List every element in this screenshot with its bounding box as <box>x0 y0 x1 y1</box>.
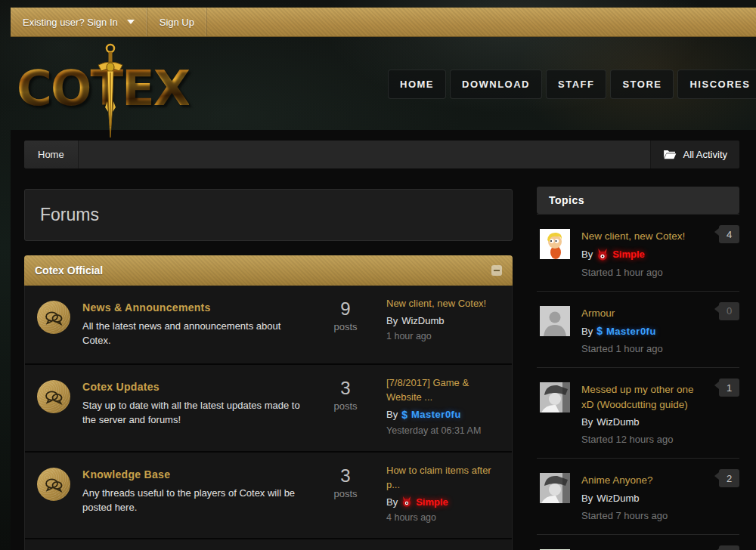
folder-open-icon <box>663 150 677 160</box>
forum-row: News & Announcements All the latest news… <box>25 286 512 363</box>
by-label: By <box>581 249 593 260</box>
topic-list-item: New client, new Cotex! By <box>537 214 739 291</box>
page-title: Forums <box>40 205 497 225</box>
replies-badge: 1 <box>719 379 739 397</box>
forum-info: Cotex Updates Stay up to date with all t… <box>82 380 321 436</box>
topic-list-item: Armour By $ Master0fu Started 1 hour ago… <box>537 291 739 368</box>
author-link[interactable]: WizDumb <box>401 315 444 326</box>
author-link[interactable]: Master0fu <box>606 326 656 337</box>
topic-info: Messed up my other one xD (Woodcutting g… <box>581 382 739 445</box>
last-post-time: 1 hour ago <box>386 331 500 341</box>
by-label: By <box>386 496 398 508</box>
devil-icon <box>596 249 609 261</box>
forum-description: Any threads useful to the players of Cot… <box>82 487 311 515</box>
sign-in-label: Existing user? Sign In <box>23 17 118 28</box>
breadcrumb: Home All Activity <box>24 141 739 168</box>
all-activity-label: All Activity <box>683 149 727 160</box>
by-label: By <box>581 326 593 337</box>
by-label: By <box>581 416 593 428</box>
forum-stats: 3 posts <box>321 378 370 436</box>
last-post-link[interactable]: New client, new Cotex! <box>386 296 500 311</box>
forum-row: Knowledge Base Any threads useful to the… <box>25 451 512 538</box>
author-link[interactable]: Master0fu <box>411 409 461 420</box>
avatar[interactable] <box>540 306 570 336</box>
replies-badge: 0 <box>719 302 739 320</box>
posts-label: posts <box>321 400 370 412</box>
sign-in-button[interactable]: Existing user? Sign In <box>11 8 147 36</box>
topic-title-link[interactable]: Messed up my other one xD (Woodcutting g… <box>581 382 702 412</box>
comments-icon <box>37 468 70 501</box>
sign-up-button[interactable]: Sign Up <box>147 8 207 36</box>
sword-icon <box>94 42 127 141</box>
forum-title-link[interactable]: Cotex Updates <box>82 381 160 393</box>
nav-home[interactable]: HOME <box>388 70 446 99</box>
topic-started: Started 1 hour ago <box>581 343 702 354</box>
nav-staff[interactable]: STAFF <box>546 70 606 99</box>
nav-store[interactable]: STORE <box>610 70 674 99</box>
devil-icon <box>401 496 412 507</box>
nav-download[interactable]: DOWNLOAD <box>450 70 542 99</box>
forum-title-link[interactable]: News & Announcements <box>82 301 211 314</box>
topic-list-item: Anime Anyone? By WizDumb Started 7 hours… <box>537 458 739 534</box>
author-link[interactable]: Simple <box>612 249 645 260</box>
site-logo[interactable]: COTEX <box>15 47 189 130</box>
by-label: By <box>386 315 398 326</box>
last-post-time: 4 hours ago <box>386 512 500 523</box>
dollar-icon: $ <box>596 325 603 337</box>
topic-started: Started 12 hours ago <box>581 434 702 445</box>
topic-info: Anime Anyone? By WizDumb Started 7 hours… <box>581 473 739 521</box>
avatar[interactable] <box>540 382 570 412</box>
forum-last-post: [7/8/2017] Game & Website ... By $ Maste… <box>386 375 500 436</box>
breadcrumb-spacer <box>79 141 651 168</box>
main-nav: HOME DOWNLOAD STAFF STORE HISCORES VOTE <box>388 70 756 99</box>
topic-started: Started 7 hours ago <box>581 510 702 521</box>
topic-list-item: Any other games? By Pete Started <box>537 534 739 550</box>
last-post-link[interactable]: How to claim items after p... <box>386 463 500 493</box>
forum-title-link[interactable]: Knowledge Base <box>82 468 170 480</box>
posts-label: posts <box>321 321 370 332</box>
forum-row: Cotex Updates Stay up to date with all t… <box>25 363 512 451</box>
forum-info: Knowledge Base Any threads useful to the… <box>82 468 321 523</box>
main-column: Forums Cotex Official <box>24 168 513 550</box>
breadcrumb-home-label: Home <box>38 149 64 160</box>
replies-badge: 4 <box>719 225 739 243</box>
breadcrumb-home[interactable]: Home <box>24 141 79 168</box>
sign-up-label: Sign Up <box>160 17 194 28</box>
sidebar: Topics New client, n <box>537 168 739 550</box>
forum-last-post: How to claim items after p... By <box>386 463 500 523</box>
topic-title-link[interactable]: New client, new Cotex! <box>581 229 702 244</box>
posts-count: 9 <box>321 298 370 320</box>
posts-count: 3 <box>321 465 370 487</box>
forum-description: All the latest news and announcements ab… <box>82 320 311 348</box>
topic-title-link[interactable]: Armour <box>581 306 702 321</box>
avatar[interactable] <box>540 473 570 503</box>
posts-count: 3 <box>321 378 370 399</box>
forum-last-post: New client, new Cotex! By WizDumb 1 hour… <box>386 296 500 348</box>
sidebar-title: Topics <box>537 187 739 214</box>
content-wrapper: Home All Activity Forums Cotex Official <box>11 130 756 550</box>
forum-stats: 3 posts <box>321 465 370 523</box>
all-activity-button[interactable]: All Activity <box>650 141 739 168</box>
nav-hiscores[interactable]: HISCORES <box>677 70 756 99</box>
comments-icon <box>37 301 70 334</box>
last-post-time: Yesterday at 06:31 AM <box>386 425 500 436</box>
author-link[interactable]: WizDumb <box>596 416 639 428</box>
dollar-icon: $ <box>401 409 407 421</box>
by-label: By <box>581 493 593 504</box>
comments-icon <box>37 380 70 413</box>
forum-description: Stay up to date with all the latest upda… <box>82 399 311 428</box>
forum-list: News & Announcements All the latest news… <box>24 286 513 550</box>
replies-badge: 2 <box>719 469 739 487</box>
replies-badge: 4 <box>719 545 739 550</box>
avatar[interactable] <box>540 229 570 259</box>
posts-label: posts <box>321 488 370 499</box>
topic-title-link[interactable]: Anime Anyone? <box>581 473 702 488</box>
last-post-link[interactable]: [7/8/2017] Game & Website ... <box>386 375 500 405</box>
minimize-icon[interactable] <box>491 265 502 276</box>
author-link[interactable]: Simple <box>416 496 448 508</box>
author-link[interactable]: WizDumb <box>596 493 639 504</box>
forum-stats: 9 posts <box>321 298 370 348</box>
topic-started: Started 1 hour ago <box>581 267 702 278</box>
topic-info: Armour By $ Master0fu Started 1 hour ago <box>581 306 739 355</box>
topic-list-item: Messed up my other one xD (Woodcutting g… <box>537 367 739 458</box>
